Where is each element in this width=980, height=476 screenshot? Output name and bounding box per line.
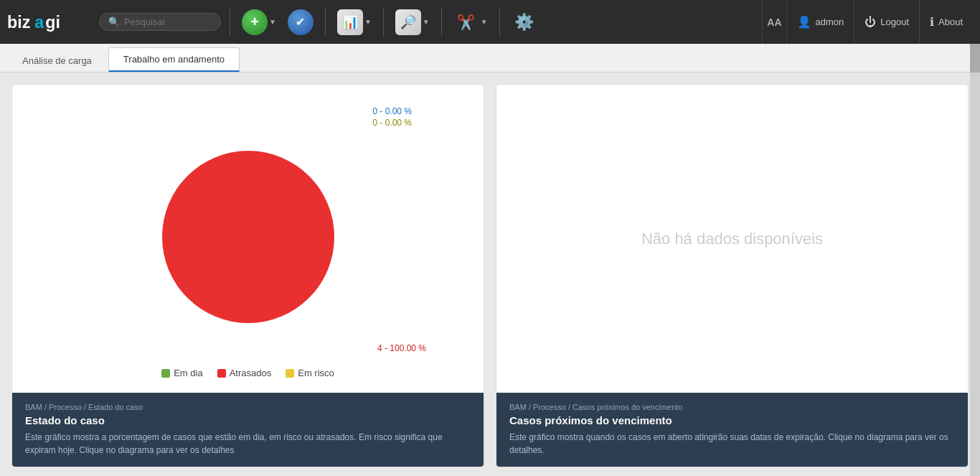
legend-atrasados: Atrasados (217, 368, 272, 378)
scrollbar[interactable] (970, 44, 980, 476)
tab-analise[interactable]: Análise de carga (7, 49, 107, 72)
pie-label-top1: 0 - 0.00 % (372, 106, 412, 116)
tools-icon: ✂️ (453, 9, 479, 35)
scrollbar-thumb[interactable] (970, 44, 980, 73)
legend-dot-em-risco (286, 369, 294, 378)
logout-button[interactable]: ⏻ Logout (854, 0, 919, 44)
topnav: biz a gi 🔍 + ▼ ✔ 📊 ▼ 🔎 ▼ ✂️ ▼ ⚙️ (0, 0, 980, 44)
gear-icon: ⚙️ (512, 9, 537, 35)
pie-label-top2: 0 - 0.00 % (372, 118, 412, 128)
nav-divider-2 (325, 8, 326, 37)
card2-breadcrumb: BAM / Processo / Casos próximos do venci… (509, 403, 955, 411)
add-icon: + (242, 9, 268, 35)
svg-text:gi: gi (45, 13, 60, 32)
task-icon: ✔ (288, 9, 314, 35)
nav-divider-5 (499, 8, 500, 37)
chart-icon: 📊 (337, 9, 363, 35)
card1-breadcrumb: BAM / Processo / Estado do caso (25, 403, 471, 411)
font-size-button[interactable]: AA (762, 0, 786, 44)
card2-title: Casos próximos do vencimento (509, 414, 955, 426)
nav-divider-1 (230, 8, 230, 37)
task-button[interactable]: ✔ (285, 6, 316, 38)
no-data-message: Não há dados disponíveis (641, 99, 823, 378)
search2-button[interactable]: 🔎 ▼ (392, 6, 433, 38)
add-button[interactable]: + ▼ (239, 6, 279, 38)
search-bar[interactable]: 🔍 (99, 13, 221, 31)
user-icon: 👤 (797, 15, 811, 29)
magnify-icon: 🔎 (395, 9, 421, 35)
tab-bar: Análise de carga Trabalho em andamento (0, 44, 980, 73)
card2-desc: Este gráfico mostra quando os casos em a… (509, 431, 955, 457)
chart-button[interactable]: 📊 ▼ (334, 6, 374, 38)
card1-desc: Este gráfico mostra a porcentagem de cas… (25, 431, 471, 457)
magnify-dropdown-arrow: ▼ (423, 18, 430, 26)
about-icon: ℹ (930, 15, 934, 29)
nav-divider-4 (441, 8, 442, 37)
svg-point-3 (162, 151, 334, 323)
legend-em-dia: Em dia (161, 368, 202, 378)
about-button[interactable]: ℹ About (919, 0, 973, 44)
card2-footer: BAM / Processo / Casos próximos do venci… (496, 393, 968, 467)
card1-body: 0 - 0.00 % 0 - 0.00 % 4 - 100.00 % (12, 85, 484, 393)
pie-legend: Em dia Atrasados Em risco (161, 368, 334, 378)
card2-body: Não há dados disponíveis (496, 85, 968, 393)
search-input[interactable] (124, 17, 210, 27)
logout-icon: ⏻ (864, 16, 876, 29)
legend-dot-em-dia (161, 369, 170, 378)
user-menu[interactable]: 👤 admon (786, 0, 854, 44)
nav-divider-3 (383, 8, 384, 37)
svg-text:a: a (34, 13, 44, 32)
tab-trabalho[interactable]: Trabalho em andamento (108, 47, 240, 72)
logo: biz a gi (7, 8, 86, 37)
svg-text:biz: biz (7, 13, 31, 32)
nav-right: AA 👤 admon ⏻ Logout ℹ About (762, 0, 973, 44)
search-icon: 🔍 (108, 17, 120, 27)
legend-dot-atrasados (217, 369, 226, 378)
chart-dropdown-arrow: ▼ (364, 18, 372, 26)
card1-footer: BAM / Processo / Estado do caso Estado d… (12, 393, 484, 467)
legend-em-risco: Em risco (286, 368, 334, 378)
pie-chart[interactable] (148, 136, 349, 337)
pie-top-labels: 0 - 0.00 % 0 - 0.00 % (372, 106, 469, 129)
tools-dropdown-arrow: ▼ (481, 18, 488, 26)
settings-button[interactable]: ⚙️ (509, 6, 540, 38)
card1-title: Estado do caso (25, 414, 471, 426)
add-dropdown-arrow: ▼ (269, 18, 276, 26)
pie-chart-area: 0 - 0.00 % 0 - 0.00 % 4 - 100.00 % (27, 99, 469, 378)
card-estado-do-caso: 0 - 0.00 % 0 - 0.00 % 4 - 100.00 % (11, 84, 484, 467)
card-casos-vencimento: Não há dados disponíveis BAM / Processo … (496, 84, 969, 467)
content-area: 0 - 0.00 % 0 - 0.00 % 4 - 100.00 % (0, 73, 980, 476)
pie-label-bottom: 4 - 100.00 % (377, 343, 469, 353)
tools-button[interactable]: ✂️ ▼ (451, 6, 491, 38)
